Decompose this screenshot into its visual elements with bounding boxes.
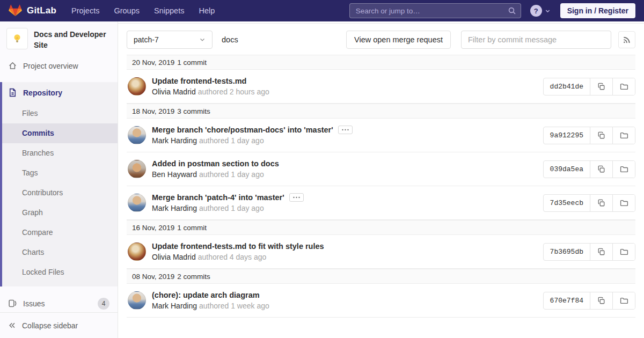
document-icon bbox=[8, 88, 17, 97]
search-input[interactable] bbox=[349, 3, 521, 18]
sidebar-subitem[interactable]: Tags bbox=[2, 163, 118, 183]
commit-sha-link[interactable]: 7b3695db bbox=[544, 244, 590, 260]
project-avatar bbox=[6, 28, 28, 49]
commit-title-link[interactable]: (chore): update arch diagram bbox=[152, 291, 260, 299]
commit-date-group: 08 Nov, 2019 2 commits (chore): update a… bbox=[127, 269, 635, 318]
sidebar-subitem[interactable]: Locked Files bbox=[2, 262, 118, 282]
commit-sha-group: 039da5ea bbox=[543, 160, 635, 178]
commit-author-avatar[interactable] bbox=[128, 77, 146, 95]
commit-date-header: 18 Nov, 2019 3 commits bbox=[127, 104, 635, 119]
commit-title-link[interactable]: Update frontend-tests.md bbox=[152, 77, 246, 85]
commit-count: 2 commits bbox=[177, 273, 210, 281]
issues-icon bbox=[8, 299, 17, 308]
collapse-sidebar-button[interactable]: Collapse sidebar bbox=[0, 312, 118, 338]
issues-count-badge: 4 bbox=[98, 298, 109, 310]
browse-files-button[interactable] bbox=[612, 78, 635, 95]
commit-author-link[interactable]: Ben Hayward bbox=[152, 170, 197, 179]
commit-list: Update frontend-tests.md Olivia Madridau… bbox=[127, 70, 635, 104]
commit-author-avatar[interactable] bbox=[128, 160, 146, 178]
copy-icon bbox=[597, 165, 605, 173]
commit-sha-link[interactable]: 670e7f84 bbox=[544, 292, 590, 309]
commit-date-header: 20 Nov, 2019 1 commit bbox=[127, 55, 635, 70]
sidebar-subitem[interactable]: Branches bbox=[2, 143, 118, 163]
double-chevron-left-icon bbox=[8, 321, 16, 329]
folder-icon bbox=[620, 247, 628, 256]
sidebar-subitem[interactable]: Charts bbox=[2, 243, 118, 262]
commit-time: authored 1 week ago bbox=[199, 302, 269, 310]
commit-author-link[interactable]: Mark Harding bbox=[152, 136, 197, 145]
copy-icon bbox=[597, 248, 605, 256]
copy-sha-button[interactable] bbox=[590, 161, 612, 178]
copy-sha-button[interactable] bbox=[590, 244, 612, 260]
copy-sha-button[interactable] bbox=[590, 127, 612, 144]
commit-author-link[interactable]: Olivia Madrid bbox=[152, 253, 196, 261]
navbar-link[interactable]: Help bbox=[199, 6, 215, 15]
copy-icon bbox=[597, 199, 605, 207]
repo-path-label: docs bbox=[222, 35, 238, 44]
commit-title-link[interactable]: Added in postman section to docs bbox=[152, 159, 279, 168]
copy-sha-button[interactable] bbox=[590, 195, 612, 211]
search-icon[interactable] bbox=[508, 6, 516, 17]
commit-row: Merge branch 'patch-4' into 'master' Mar… bbox=[127, 186, 635, 220]
view-open-merge-request-button[interactable]: View open merge request bbox=[346, 31, 451, 49]
navbar-link[interactable]: Projects bbox=[71, 6, 99, 15]
sidebar-subitem[interactable]: Contributors bbox=[2, 183, 118, 203]
brand-name: GitLab bbox=[27, 5, 56, 16]
sidebar-subitem[interactable]: Commits bbox=[2, 123, 118, 143]
browse-files-button[interactable] bbox=[612, 244, 635, 260]
sidebar-item-issues[interactable]: Issues 4 bbox=[0, 293, 118, 314]
sign-in-button[interactable]: Sign in / Register bbox=[560, 3, 635, 18]
commit-author-avatar[interactable] bbox=[128, 126, 146, 144]
sidebar-subitem[interactable]: Graph bbox=[2, 203, 118, 223]
commit-sha-link[interactable]: 9a912295 bbox=[544, 127, 590, 144]
commit-time: authored 1 day ago bbox=[199, 170, 264, 179]
commit-date: 16 Nov, 2019 bbox=[132, 224, 174, 232]
ellipsis-icon bbox=[292, 196, 301, 199]
browse-files-button[interactable] bbox=[612, 292, 635, 309]
navbar-link[interactable]: Snippets bbox=[154, 6, 184, 15]
gitlab-logo[interactable]: GitLab bbox=[9, 4, 56, 18]
sidebar-item-label: Issues bbox=[23, 299, 45, 308]
commit-sha-group: 7d35eecb bbox=[543, 194, 635, 212]
commit-count: 1 commit bbox=[177, 224, 207, 232]
browse-files-button[interactable] bbox=[612, 195, 635, 211]
commit-author-avatar[interactable] bbox=[128, 194, 146, 212]
commit-author-link[interactable]: Olivia Madrid bbox=[152, 87, 196, 96]
commit-author-link[interactable]: Mark Harding bbox=[152, 204, 197, 212]
folder-icon bbox=[620, 296, 628, 305]
commit-sha-link[interactable]: dd2b41de bbox=[544, 78, 590, 95]
sidebar-item-repository[interactable]: Repository bbox=[2, 82, 118, 104]
project-title: Docs and Developer Site bbox=[34, 28, 111, 51]
home-icon bbox=[8, 61, 17, 70]
sidebar-item-project-overview[interactable]: Project overview bbox=[0, 55, 118, 77]
commit-sha-link[interactable]: 7d35eecb bbox=[544, 195, 590, 211]
commit-author-avatar[interactable] bbox=[128, 243, 146, 261]
sidebar-subitem[interactable]: Files bbox=[2, 104, 118, 123]
commit-time: authored 2 hours ago bbox=[198, 87, 269, 96]
commit-filter-input[interactable] bbox=[461, 31, 611, 49]
commit-row: (chore): update arch diagram Mark Hardin… bbox=[127, 284, 635, 318]
project-context-header[interactable]: Docs and Developer Site bbox=[0, 21, 118, 55]
chevron-down-icon bbox=[545, 8, 551, 14]
commit-author-avatar[interactable] bbox=[128, 291, 146, 310]
help-menu[interactable]: ? bbox=[530, 5, 551, 17]
commit-author-link[interactable]: Mark Harding bbox=[152, 302, 197, 310]
copy-sha-button[interactable] bbox=[590, 78, 612, 95]
copy-sha-button[interactable] bbox=[590, 292, 612, 309]
navbar-link[interactable]: Groups bbox=[114, 6, 140, 15]
sidebar-subitem[interactable]: Compare bbox=[2, 223, 118, 243]
commit-title-link[interactable]: Update frontend-tests.md to fit with sty… bbox=[152, 242, 324, 251]
folder-icon bbox=[620, 165, 628, 173]
commit-description-toggle[interactable] bbox=[338, 126, 353, 134]
commit-description-toggle[interactable] bbox=[289, 193, 304, 202]
commit-title-link[interactable]: Merge branch 'patch-4' into 'master' bbox=[152, 193, 284, 202]
commits-feed-button[interactable] bbox=[618, 31, 635, 48]
commit-sha-link[interactable]: 039da5ea bbox=[544, 161, 590, 178]
browse-files-button[interactable] bbox=[612, 127, 635, 144]
nav-links: Projects Groups Snippets Help bbox=[71, 6, 215, 15]
branch-selector[interactable]: patch-7 bbox=[127, 31, 213, 49]
commit-title-link[interactable]: Merge branch 'chore/postman-docs' into '… bbox=[152, 126, 333, 134]
browse-files-button[interactable] bbox=[612, 161, 635, 178]
main-content: Minds › Docs and Developer Site › Commit… bbox=[118, 0, 644, 318]
commit-date: 08 Nov, 2019 bbox=[132, 273, 174, 281]
